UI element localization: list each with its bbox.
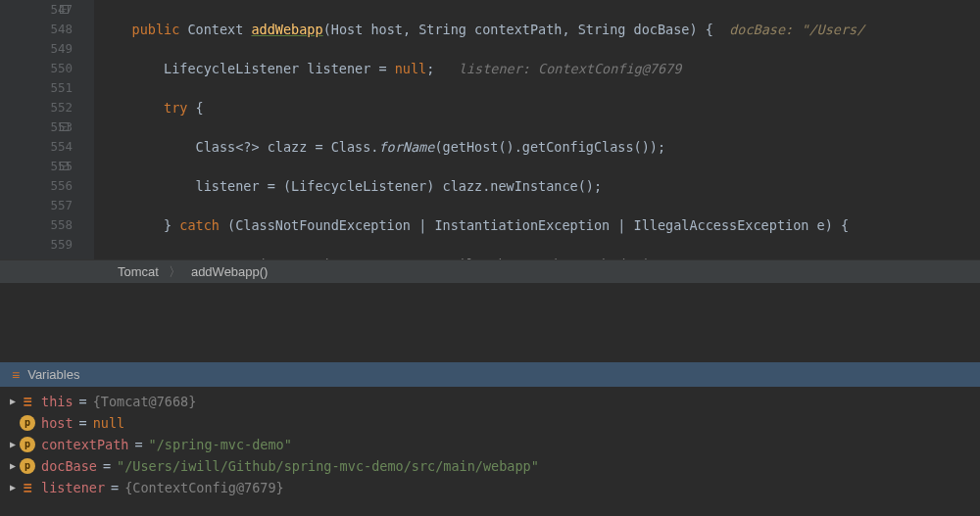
line-number: 557 [0,196,73,215]
breadcrumb-root[interactable]: Tomcat [118,264,159,279]
line-number: 552 [0,98,73,117]
variable-value: null [93,412,125,434]
equals: = [74,412,93,434]
variable-row[interactable]: ▶ ≡ listener = {ContextConfig@7679} [6,477,980,498]
fold-icon[interactable]: − [60,122,69,131]
expand-icon[interactable]: ▶ [6,477,20,498]
field-badge-icon: ≡ [20,480,35,495]
variables-body: ▶ ≡ this = {Tomcat@7668} p host = null ▶… [0,387,980,498]
fold-icon[interactable]: − [60,162,69,170]
field-badge-icon: ≡ [20,394,35,409]
expand-icon[interactable]: ▶ [6,391,20,412]
variables-title: Variables [27,367,79,382]
variable-row[interactable]: p host = null [6,412,980,434]
line-number: 553− [0,117,73,137]
code-line[interactable]: // Wrap in IAE since we can't easily cha… [94,255,980,259]
line-number: 555− [0,157,73,176]
fold-icon[interactable]: − [60,5,69,14]
breadcrumb-leaf[interactable]: addWebapp() [191,264,269,279]
expand-icon[interactable]: ▶ [6,434,20,455]
variables-icon: ≡ [12,367,20,383]
variable-value: "/spring-mvc-demo" [149,434,292,455]
equals: = [128,434,148,455]
param-badge-icon: p [20,415,35,431]
gutter: 547− 548 549 550 551 552 553− 554 555− 5… [0,0,94,259]
variable-value: "/Users/iwill/Github/spring-mvc-demo/src… [117,455,539,477]
line-number: 549 [0,39,73,59]
line-number: 558⊘ [0,215,73,235]
line-number: 554 [0,137,73,157]
variable-value: {Tomcat@7668} [93,391,197,412]
variable-value: {ContextConfig@7679} [124,477,284,498]
line-number: 559 [0,235,73,255]
line-number: 556 [0,176,73,196]
variable-name: listener [41,477,105,498]
line-number: 550 [0,59,73,78]
variable-row[interactable]: ▶ p docBase = "/Users/iwill/Github/sprin… [6,455,980,477]
code-area[interactable]: public Context addWebapp(Host host, Stri… [94,0,980,259]
line-number: 547− [0,0,73,20]
variable-name: this [41,391,74,412]
variable-row[interactable]: ▶ p contextPath = "/spring-mvc-demo" [6,434,980,455]
panel-spacer [0,283,980,361]
code-line[interactable]: try { [94,98,980,117]
variable-name: host [41,412,74,434]
equals: = [97,455,117,477]
equals: = [74,391,93,412]
param-badge-icon: p [20,458,35,474]
expand-icon[interactable]: ▶ [6,455,20,477]
line-number: 551 [0,78,73,98]
code-line[interactable]: public Context addWebapp(Host host, Stri… [94,20,980,39]
variable-row[interactable]: ▶ ≡ this = {Tomcat@7668} [6,391,980,412]
variable-name: docBase [41,455,97,477]
chevron-icon: 〉 [169,263,181,281]
param-badge-icon: p [20,437,35,452]
code-line[interactable]: } catch (ClassNotFoundException | Instan… [94,215,980,235]
code-line[interactable]: Class<?> clazz = Class.forName(getHost()… [94,137,980,157]
equals: = [105,477,124,498]
breadcrumb[interactable]: Tomcat 〉 addWebapp() [0,259,980,283]
code-line[interactable]: listener = (LifecycleListener) clazz.new… [94,176,980,196]
code-line[interactable]: LifecycleListener listener = null; liste… [94,59,980,78]
variable-name: contextPath [41,434,128,455]
variables-header[interactable]: ≡ Variables [0,361,980,387]
editor: 547− 548 549 550 551 552 553− 554 555− 5… [0,0,980,259]
line-number: 548 [0,20,73,39]
